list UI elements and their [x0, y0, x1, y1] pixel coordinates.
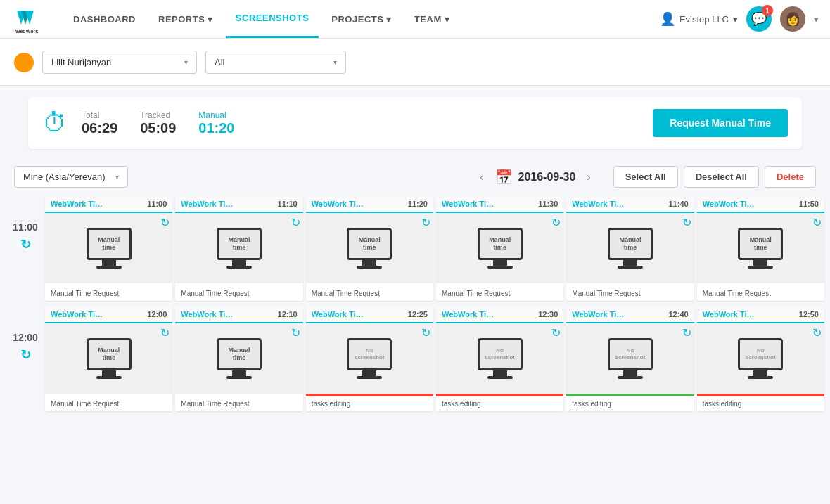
screenshot-card[interactable]: WebWork Time Tr... 11:50 ↻ Manualtime Ma…	[697, 196, 824, 301]
company-selector[interactable]: 👤 Evistep LLC ▾	[660, 11, 738, 27]
card-footer: Manual Time Request	[697, 286, 824, 301]
card-body: ↻ Manualtime	[697, 213, 824, 283]
time-row: 11:00↻ WebWork Time Tr... 11:00 ↻ Manual…	[6, 196, 824, 301]
chevron-down-icon: ▾	[115, 173, 119, 181]
card-title: WebWork Time Tr...	[51, 200, 107, 208]
screenshot-card[interactable]: WebWork Time Tr... 12:10 ↻ Manualtime Ma…	[175, 306, 302, 411]
monitor-icon: Manualtime	[738, 228, 783, 269]
monitor-stand	[493, 260, 507, 266]
tracked-stat: Tracked 05:09	[140, 110, 176, 136]
card-body: ↻ Manualtime	[175, 213, 302, 283]
select-icon: ↻	[160, 326, 170, 340]
svg-text:WebWork: WebWork	[15, 29, 38, 34]
deselect-all-button[interactable]: Deselect All	[684, 166, 759, 188]
monitor-stand	[102, 370, 116, 376]
next-date-button[interactable]: ›	[581, 168, 596, 186]
screenshots-row: WebWork Time Tr... 11:00 ↻ Manualtime Ma…	[45, 196, 824, 301]
monitor-stand	[362, 260, 376, 266]
user-avatar[interactable]: 👩	[780, 6, 805, 32]
select-icon: ↻	[812, 326, 822, 340]
chevron-down-icon: ▾	[386, 14, 392, 25]
card-footer: Manual Time Request	[566, 286, 694, 301]
monitor-base	[357, 376, 382, 379]
screenshot-card[interactable]: WebWork Time Tr... 12:40 ↻ Noscreenshot …	[566, 306, 694, 411]
card-header: WebWork Time Tr... 11:40	[566, 196, 694, 213]
card-title: WebWork Time Tr...	[51, 310, 107, 318]
prev-date-button[interactable]: ‹	[474, 168, 489, 186]
timezone-dropdown[interactable]: Mine (Asia/Yerevan) ▾	[14, 166, 128, 188]
monitor-stand	[753, 370, 767, 376]
current-date: 2016-09-30	[518, 171, 576, 183]
card-header: WebWork Time Tr... 12:00	[45, 306, 172, 323]
screenshot-card[interactable]: WebWork Time Tr... 12:25 ↻ Noscreenshot …	[306, 306, 433, 411]
nav-projects[interactable]: PROJECTS ▾	[321, 1, 402, 37]
time-value: 12:00	[13, 332, 38, 343]
chevron-down-icon: ▾	[333, 58, 337, 66]
nav-screenshots[interactable]: SCREENSHOTS	[226, 0, 319, 38]
manual-time-screen: Manualtime	[217, 228, 262, 260]
calendar-icon: 📅	[495, 169, 513, 186]
card-footer: Manual Time Request	[45, 286, 172, 301]
screenshot-card[interactable]: WebWork Time Tr... 11:40 ↻ Manualtime Ma…	[566, 196, 694, 301]
monitor-base	[487, 266, 513, 269]
card-header: WebWork Time Tr... 12:40	[566, 306, 694, 323]
screenshot-card[interactable]: WebWork Time Tr... 12:00 ↻ Manualtime Ma…	[45, 306, 172, 411]
monitor-icon: Manualtime	[217, 338, 262, 379]
monitor-stand	[753, 260, 767, 266]
card-time: 12:10	[278, 310, 298, 318]
screenshot-card[interactable]: WebWork Time Tr... 11:10 ↻ Manualtime Ma…	[175, 196, 302, 301]
screenshot-card[interactable]: WebWork Time Tr... 11:00 ↻ Manualtime Ma…	[45, 196, 172, 301]
select-icon: ↻	[682, 216, 691, 229]
card-header: WebWork Time Tr... 12:30	[436, 306, 563, 323]
tracked-value: 05:09	[140, 120, 176, 136]
no-screenshot-screen: Noscreenshot	[608, 338, 653, 370]
monitor-icon: Manualtime	[347, 228, 392, 269]
spinner-icon: ↻	[20, 347, 31, 363]
time-label: 11:00↻	[6, 196, 45, 252]
monitor-icon: Manualtime	[217, 228, 262, 269]
screenshot-card[interactable]: WebWork Time Tr... 11:20 ↻ Manualtime Ma…	[306, 196, 433, 301]
card-header: WebWork Time Tr... 12:10	[175, 306, 302, 323]
card-body: ↻ Manualtime	[566, 213, 694, 283]
logo[interactable]: WebWork	[11, 4, 46, 34]
select-all-button[interactable]: Select All	[613, 166, 678, 188]
monitor-stand	[232, 370, 246, 376]
card-footer: tasks editing	[566, 396, 694, 411]
manual-time-screen: Manualtime	[738, 228, 783, 260]
nav-dashboard[interactable]: DASHBOARD	[63, 1, 146, 37]
card-body: ↻ Manualtime	[45, 213, 172, 283]
card-title: WebWork Time Tr...	[312, 200, 368, 208]
date-navigation: ‹ 📅 2016-09-30 ›	[474, 168, 596, 186]
card-title: WebWork Time Tr...	[442, 310, 498, 318]
chevron-down-icon: ▾	[445, 14, 450, 25]
card-body: ↻ Noscreenshot	[697, 323, 824, 394]
request-manual-time-button[interactable]: Request Manual Time	[653, 109, 788, 137]
notification-badge: 1	[762, 5, 773, 16]
project-dropdown[interactable]: All ▾	[205, 51, 346, 74]
card-time: 11:00	[147, 200, 167, 208]
user-dropdown[interactable]: Lilit Nurijanyan ▾	[42, 51, 197, 74]
card-body: ↻ Manualtime	[436, 213, 563, 283]
no-screenshot-screen: Noscreenshot	[478, 338, 523, 370]
monitor-base	[96, 376, 122, 379]
monitor-base	[748, 266, 773, 269]
monitor-base	[96, 266, 122, 269]
no-screenshot-screen: Noscreenshot	[738, 338, 783, 370]
card-footer: Manual Time Request	[306, 286, 433, 301]
chevron-down-icon[interactable]: ▾	[814, 14, 819, 25]
chevron-down-icon: ▾	[208, 14, 213, 25]
notifications-button[interactable]: 💬 1	[746, 6, 772, 32]
screenshot-card[interactable]: WebWork Time Tr... 12:30 ↻ Noscreenshot …	[436, 306, 563, 411]
card-body: ↻ Manualtime	[45, 323, 172, 394]
card-body: ↻ Noscreenshot	[306, 323, 433, 394]
select-icon: ↻	[812, 216, 822, 229]
screenshot-card[interactable]: WebWork Time Tr... 11:30 ↻ Manualtime Ma…	[436, 196, 563, 301]
nav-reports[interactable]: REPORTS ▾	[148, 1, 223, 37]
screenshot-card[interactable]: WebWork Time Tr... 12:50 ↻ Noscreenshot …	[697, 306, 824, 411]
navbar: WebWork DASHBOARD REPORTS ▾ SCREENSHOTS …	[0, 0, 830, 39]
filters-bar: Lilit Nurijanyan ▾ All ▾	[0, 39, 830, 86]
nav-team[interactable]: TEAM ▾	[404, 1, 459, 37]
delete-button[interactable]: Delete	[765, 166, 816, 188]
select-icon: ↻	[421, 216, 430, 229]
select-icon: ↻	[682, 326, 691, 340]
